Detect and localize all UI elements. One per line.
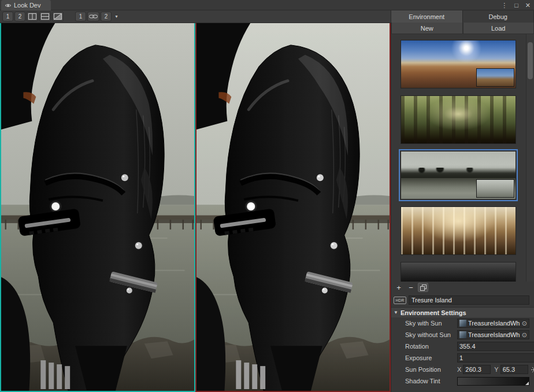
hdr-name-input[interactable] [409, 295, 529, 305]
hdri-thumbnail-forest[interactable] [400, 95, 516, 144]
y-axis-label: Y [494, 366, 498, 373]
eye-icon [5, 3, 12, 8]
environment-settings-rows: Sky with Sun TreasureIslandWh ⊙ Sky with… [391, 317, 534, 387]
duplicate-hdri-button[interactable] [418, 283, 428, 292]
cubemap-mini-icon [459, 320, 466, 327]
shadow-tint-color-field[interactable] [457, 377, 529, 386]
object-picker-icon[interactable]: ⊙ [522, 332, 527, 338]
hdri-thumbnail-dark[interactable] [400, 262, 516, 282]
new-button[interactable]: New [391, 23, 463, 34]
sky-with-sun-object-field[interactable]: TreasureIslandWh ⊙ [457, 319, 529, 328]
view-zone-button[interactable] [52, 12, 64, 21]
row-rotation: Rotation [391, 341, 534, 352]
sun-icon [531, 366, 534, 373]
x-axis-label: X [457, 366, 461, 373]
window-menu-icon[interactable]: ⋮ [501, 2, 507, 9]
robot-head-render-left [1, 23, 194, 391]
environment-panel: Environment Debug New Load [391, 10, 534, 392]
maximize-icon[interactable]: □ [514, 2, 518, 9]
tab-debug[interactable]: Debug [463, 10, 534, 23]
row-exposure: Exposure [391, 352, 534, 364]
hdri-thumbnail-church[interactable] [400, 206, 516, 255]
hdri-thumbnail-treasure-island[interactable] [400, 151, 516, 199]
lookdev-toolbar: 1 2 1 [0, 10, 391, 23]
sky-without-sun-object-field[interactable]: TreasureIslandWh ⊙ [457, 330, 529, 339]
object-picker-icon[interactable]: ⊙ [522, 320, 527, 327]
tab-look-dev[interactable]: Look Dev [1, 0, 51, 10]
view-2-render[interactable] [195, 23, 391, 392]
environment-actions: New Load [391, 23, 534, 34]
sun-position-y-input[interactable] [500, 365, 528, 374]
load-button[interactable]: Load [463, 23, 534, 34]
chevron-down-icon: ▾ [115, 14, 117, 19]
lookdev-window: Look Dev ⋮ □ ✕ 1 2 [0, 0, 534, 392]
view-split-button[interactable] [39, 12, 51, 21]
split-diagonal-icon [54, 13, 62, 20]
environment-settings-header[interactable]: ▼ Environment Settings [391, 307, 534, 317]
row-sky-without-sun: Sky without Sun TreasureIslandWh ⊙ [391, 329, 534, 341]
remove-hdri-button[interactable]: − [406, 283, 416, 292]
row-sun-position: Sun Position X Y [391, 364, 534, 375]
exposure-input[interactable] [457, 353, 534, 363]
hdri-list [391, 34, 526, 282]
lookdev-viewport[interactable] [0, 23, 391, 392]
tab-environment[interactable]: Environment [391, 10, 463, 23]
hdri-thumbnail-desert-sun[interactable] [400, 40, 516, 88]
view-single1-button[interactable]: 1 [2, 12, 13, 21]
hdri-inset-preview [476, 179, 514, 198]
side-by-side-icon [28, 13, 36, 20]
foldout-triangle-icon: ▼ [394, 310, 398, 315]
hdr-badge: HDR [394, 297, 406, 304]
row-sky-with-sun: Sky with Sun TreasureIslandWh ⊙ [391, 317, 534, 329]
hdr-name-row: HDR [394, 294, 529, 306]
panel-tabs: Environment Debug [391, 10, 534, 23]
view-single2-button[interactable]: 2 [14, 12, 25, 21]
title-bar: Look Dev ⋮ □ ✕ [0, 0, 534, 10]
row-shadow-tint: Shadow Tint [391, 375, 534, 387]
sun-position-x-input[interactable] [463, 365, 491, 374]
view-side-by-side-button[interactable] [27, 12, 38, 21]
window-title: Look Dev [14, 2, 40, 9]
link-environments-button[interactable] [87, 12, 99, 21]
duplicate-icon [420, 284, 427, 291]
view-1-render[interactable] [0, 23, 195, 392]
rotation-input[interactable] [457, 342, 534, 351]
environment-1-button[interactable]: 1 [75, 12, 86, 21]
link-icon [89, 14, 98, 19]
close-icon[interactable]: ✕ [525, 2, 531, 9]
environment-dropdown-button[interactable]: ▾ [113, 12, 120, 21]
add-hdri-button[interactable]: + [394, 283, 404, 292]
sun-picker-button[interactable] [531, 366, 534, 373]
split-screen-icon [41, 13, 49, 20]
cubemap-mini-icon [459, 331, 466, 338]
environment-2-button[interactable]: 2 [101, 12, 112, 21]
robot-head-render-right [196, 23, 390, 391]
panel-scrollbar[interactable] [526, 34, 534, 282]
scrollbar-thumb[interactable] [528, 42, 533, 79]
hdri-list-actions: + − [394, 282, 428, 293]
hdri-inset-preview [476, 68, 514, 87]
